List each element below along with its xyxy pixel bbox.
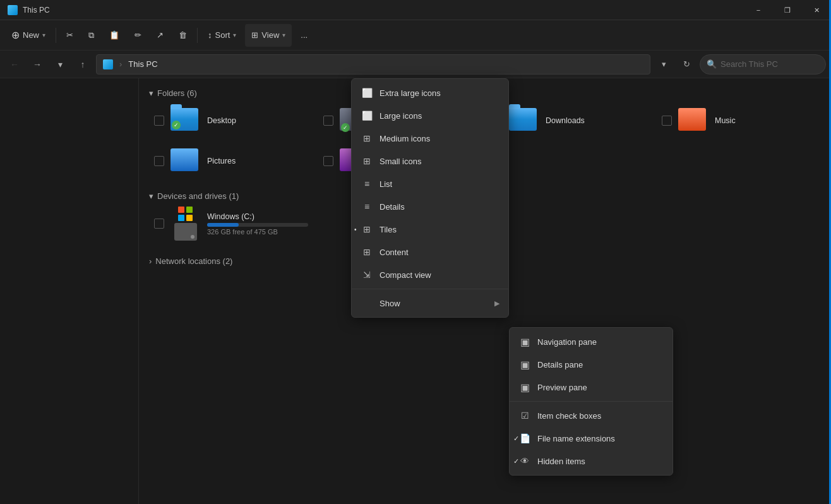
- sort-button[interactable]: ↕ Sort ▾: [201, 24, 242, 47]
- more-icon: ...: [301, 30, 308, 40]
- list-item[interactable]: Music: [657, 103, 821, 138]
- folder-name-music: Music: [715, 116, 736, 125]
- delete-button[interactable]: 🗑: [172, 24, 193, 47]
- menu-label-hidden-items: Hidden items: [537, 457, 585, 466]
- list-icon: ≡: [361, 177, 373, 190]
- menu-item-extra-large[interactable]: ⬜ Extra large icons: [352, 81, 508, 104]
- menu-item-large[interactable]: ⬜ Large icons: [352, 104, 508, 127]
- menu-item-tiles[interactable]: • ⊞ Tiles: [352, 218, 508, 241]
- new-button[interactable]: ⊕ New ▾: [5, 24, 52, 47]
- menu-item-show[interactable]: Show ▶: [352, 292, 508, 315]
- network-chevron-icon: ›: [149, 256, 152, 266]
- menu-item-details-pane[interactable]: ▣ Details pane: [510, 353, 673, 376]
- cut-button[interactable]: ✂: [60, 24, 80, 47]
- folder-checkbox[interactable]: [154, 116, 164, 126]
- menu-label-compact: Compact view: [380, 270, 431, 280]
- folder-checkbox[interactable]: [154, 156, 164, 166]
- rename-icon: ✏: [135, 30, 141, 40]
- rename-button[interactable]: ✏: [128, 24, 148, 47]
- close-button[interactable]: ✕: [802, 0, 831, 20]
- menu-item-details[interactable]: ≡ Details: [352, 195, 508, 218]
- view-button[interactable]: ⊞ View ▾: [245, 24, 292, 47]
- menu-item-compact[interactable]: ⇲ Compact view: [352, 263, 508, 286]
- view-dropdown-menu: ⬜ Extra large icons ⬜ Large icons ⊞ Medi…: [351, 78, 509, 318]
- menu-label-extra-large: Extra large icons: [380, 88, 441, 98]
- sep2: [197, 28, 198, 43]
- paste-button[interactable]: 📋: [103, 24, 126, 47]
- drive-usage-bar-fill: [207, 223, 239, 227]
- hidden-items-checkmark: ✓: [513, 457, 519, 465]
- expand-button[interactable]: ▾: [51, 55, 69, 74]
- title-bar: This PC − ❒ ✕: [0, 0, 831, 20]
- view-label: View: [261, 30, 279, 40]
- hidden-items-icon: 👁: [518, 455, 531, 467]
- search-box[interactable]: 🔍 Search This PC: [700, 54, 826, 75]
- copy-button[interactable]: ⧉: [82, 24, 100, 47]
- menu-item-content[interactable]: ⊞ Content: [352, 241, 508, 263]
- menu-item-small[interactable]: ⊞ Small icons: [352, 150, 508, 172]
- nav-pane-icon: ▣: [518, 335, 531, 348]
- list-item[interactable]: Pictures: [149, 143, 313, 179]
- sort-chevron: ▾: [233, 32, 236, 39]
- menu-label-item-check-boxes: Item check boxes: [537, 411, 601, 421]
- menu-label-list: List: [380, 179, 392, 189]
- drive-size: 326 GB free of 475 GB: [207, 228, 816, 236]
- share-icon: ↗: [157, 30, 164, 40]
- minimize-button[interactable]: −: [744, 0, 773, 20]
- preview-pane-icon: ▣: [518, 381, 531, 393]
- folder-checkbox[interactable]: [323, 156, 333, 166]
- content-icon: ⊞: [361, 246, 373, 258]
- menu-label-content: Content: [380, 248, 409, 257]
- back-button[interactable]: ←: [5, 55, 24, 74]
- drive-usage-bar-bg: [207, 223, 308, 227]
- drive-icon-windows: [170, 211, 201, 236]
- item-check-boxes-icon: ☑: [518, 409, 531, 422]
- network-title: Network locations (2): [155, 256, 232, 266]
- delete-icon: 🗑: [179, 30, 187, 40]
- folder-checkbox[interactable]: [662, 116, 672, 126]
- menu-label-file-extensions: File name extensions: [537, 434, 615, 443]
- toolbar: ⊕ New ▾ ✂ ⧉ 📋 ✏ ↗ 🗑 ↕ Sort ▾ ⊞ View ▾ ..…: [0, 20, 831, 51]
- new-icon: ⊕: [11, 29, 20, 41]
- show-arrow-icon: ▶: [494, 299, 499, 308]
- file-extensions-icon: 📄: [518, 432, 531, 445]
- folder-checkbox[interactable]: [323, 116, 333, 126]
- drive-checkbox[interactable]: [154, 219, 164, 229]
- share-button[interactable]: ↗: [150, 24, 170, 47]
- more-button[interactable]: ...: [294, 24, 314, 47]
- tiles-icon: ⊞: [361, 223, 373, 236]
- folder-icon-pictures: [170, 148, 201, 174]
- menu-item-nav-pane[interactable]: ▣ Navigation pane: [510, 330, 673, 353]
- devices-chevron-icon: ▾: [149, 191, 153, 201]
- sort-icon: ↕: [208, 30, 212, 40]
- refresh-button[interactable]: ↻: [677, 55, 696, 74]
- menu-item-list[interactable]: ≡ List: [352, 172, 508, 195]
- cut-icon: ✂: [66, 30, 73, 40]
- up-button[interactable]: ↑: [73, 55, 92, 74]
- tiles-bullet: •: [354, 226, 357, 233]
- menu-item-item-check-boxes[interactable]: ☑ Item check boxes: [510, 404, 673, 427]
- list-item[interactable]: ✓ Desktop: [149, 103, 313, 138]
- file-extensions-checkmark: ✓: [513, 435, 519, 443]
- menu-label-tiles: Tiles: [380, 225, 397, 234]
- menu-item-hidden-items[interactable]: ✓ 👁 Hidden items: [510, 450, 673, 472]
- menu-item-file-extensions[interactable]: ✓ 📄 File name extensions: [510, 427, 673, 450]
- menu-label-nav-pane: Navigation pane: [537, 337, 597, 347]
- menu-item-medium[interactable]: ⊞ Medium icons: [352, 127, 508, 150]
- folder-name-desktop: Desktop: [207, 116, 236, 125]
- pc-icon: [103, 59, 113, 69]
- show-submenu-sep: [510, 401, 673, 402]
- menu-label-details: Details: [380, 202, 405, 212]
- address-dropdown-button[interactable]: ▾: [654, 55, 673, 74]
- menu-item-preview-pane[interactable]: ▣ Preview pane: [510, 376, 673, 399]
- extra-large-icon: ⬜: [361, 87, 373, 99]
- restore-button[interactable]: ❒: [773, 0, 802, 20]
- forward-button[interactable]: →: [28, 55, 47, 74]
- view-icon: ⊞: [251, 30, 258, 40]
- folder-icon-desktop: ✓: [170, 108, 201, 133]
- menu-label-small: Small icons: [380, 157, 421, 166]
- address-input[interactable]: › This PC: [96, 54, 650, 75]
- list-item[interactable]: Downloads: [487, 103, 652, 138]
- sep1: [56, 28, 56, 43]
- menu-label-show: Show: [380, 299, 400, 308]
